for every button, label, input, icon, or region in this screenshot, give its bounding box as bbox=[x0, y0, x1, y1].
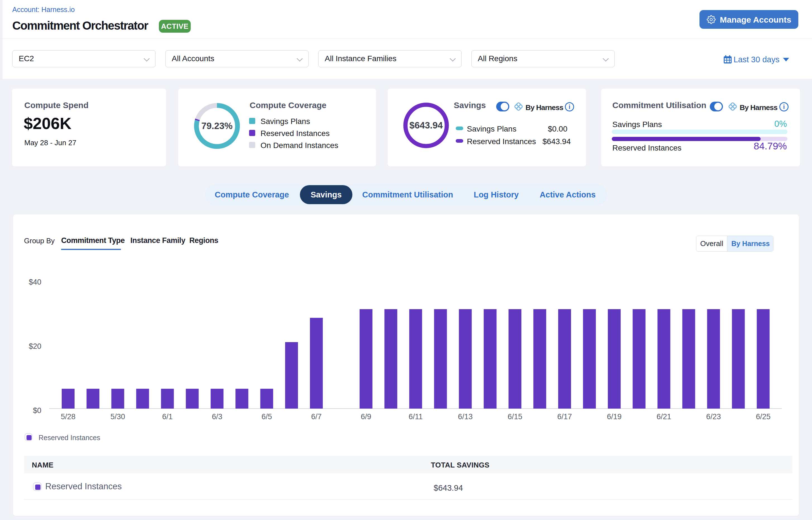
svg-text:6/5: 6/5 bbox=[261, 413, 272, 421]
svg-text:6/17: 6/17 bbox=[557, 413, 572, 421]
svg-text:6/9: 6/9 bbox=[361, 413, 371, 421]
svg-text:6/15: 6/15 bbox=[508, 413, 522, 421]
svg-text:6/25: 6/25 bbox=[756, 413, 771, 421]
svg-text:$40: $40 bbox=[29, 278, 41, 286]
svg-text:6/7: 6/7 bbox=[311, 413, 322, 421]
svg-text:6/13: 6/13 bbox=[458, 413, 473, 421]
svg-text:6/3: 6/3 bbox=[212, 413, 222, 421]
svg-text:5/28: 5/28 bbox=[61, 413, 76, 421]
svg-text:$0: $0 bbox=[33, 406, 41, 415]
svg-text:6/21: 6/21 bbox=[656, 413, 671, 421]
svg-text:6/11: 6/11 bbox=[409, 413, 423, 421]
svg-text:6/19: 6/19 bbox=[607, 413, 622, 421]
svg-text:$20: $20 bbox=[29, 342, 41, 350]
svg-text:5/30: 5/30 bbox=[111, 413, 125, 421]
svg-text:6/23: 6/23 bbox=[706, 413, 721, 421]
svg-text:6/1: 6/1 bbox=[162, 413, 173, 421]
